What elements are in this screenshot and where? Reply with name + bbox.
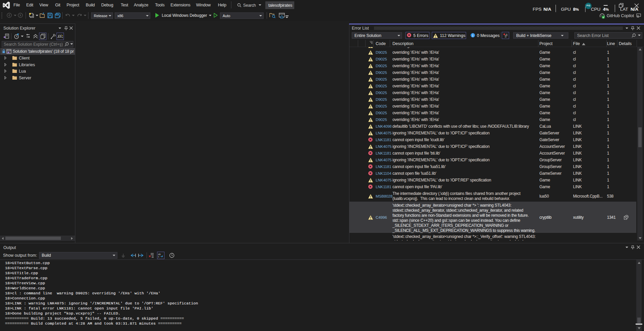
svg-text:ab: ab [158,253,161,255]
svg-text:c: c [158,255,159,258]
